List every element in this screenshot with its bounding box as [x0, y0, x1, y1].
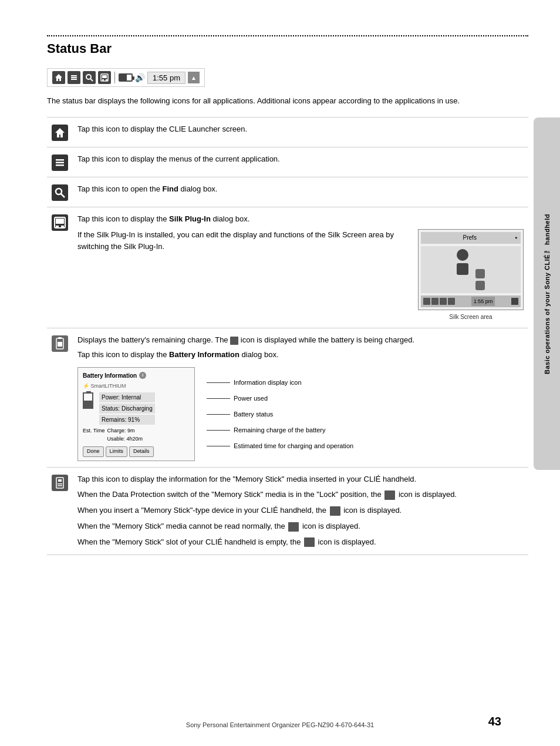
volume-icon: 🔊 — [135, 73, 145, 82]
battery-display — [119, 73, 133, 82]
callout-estimated-time: Estimated time for charging and operatio… — [207, 441, 353, 452]
battery-diagram-wrapper: Battery Information i ⚡ SmartLITHIUM — [77, 367, 524, 461]
callout-line-2 — [207, 398, 230, 399]
callout-line-3 — [207, 414, 230, 415]
memory-stick-text-4: When the "Memory Stick" media cannot be … — [77, 520, 524, 533]
home-icon — [52, 71, 65, 84]
callout-info-display: Information display icon — [207, 378, 353, 388]
launcher-icon — [52, 125, 68, 141]
callout-line-4 — [207, 430, 230, 431]
battery-text-2: Tap this icon to display the Battery Inf… — [77, 349, 524, 361]
silk-row-icon — [52, 214, 68, 231]
time-display: 1:55 pm — [147, 72, 185, 84]
status-field: Status: Discharging — [99, 404, 155, 414]
memory-stick-text-5: When the "Memory Stick" slot of your CLI… — [77, 536, 524, 549]
battery-text-1: Displays the battery's remaining charge.… — [77, 334, 524, 347]
battery-info-title: Battery Information i — [83, 371, 190, 380]
battery-details: Power: Internal Status: Discharging Rema… — [83, 392, 190, 426]
callout-battery-status: Battery status — [207, 409, 353, 420]
svg-rect-15 — [56, 219, 64, 224]
est-label: Est. Time — [83, 427, 105, 443]
remains-field: Remains: 91% — [99, 415, 155, 425]
silk-icon-4 — [448, 298, 455, 305]
silk-icons — [423, 298, 455, 305]
callout-power-used: Power used — [207, 394, 353, 404]
svg-point-12 — [56, 189, 62, 194]
details-button[interactable]: Details — [129, 446, 154, 457]
silk-screen-content — [421, 246, 521, 293]
feature-row-find: Tap this icon to open the Find dialog bo… — [47, 177, 528, 207]
svg-rect-10 — [56, 162, 64, 163]
section-divider — [47, 35, 528, 36]
silk-icon — [98, 71, 111, 84]
scroll-up-button[interactable]: ▲ — [188, 72, 200, 83]
silk-screen-diagram: Prefs ▪ — [418, 229, 524, 322]
battery-brand: ⚡ SmartLITHIUM — [83, 382, 190, 391]
svg-rect-24 — [58, 485, 62, 486]
power-field: Power: Internal — [99, 392, 155, 402]
find-row-icon — [52, 184, 68, 201]
menu-icon — [68, 71, 80, 84]
status-divider — [114, 72, 115, 83]
feature-row-battery: Displays the battery's remaining charge.… — [47, 328, 528, 467]
silk-screen-label: Silk Screen area — [418, 312, 524, 322]
silk-icon-3 — [440, 298, 447, 305]
done-button[interactable]: Done — [83, 446, 104, 457]
battery-box-buttons: Done Limits Details — [83, 446, 190, 457]
silk-title-bar: Prefs ▪ — [421, 232, 521, 244]
intro-text: The status bar displays the following ic… — [47, 95, 528, 107]
svg-rect-1 — [71, 77, 77, 78]
svg-rect-7 — [102, 79, 104, 80]
battery-row-icon — [52, 335, 68, 352]
silk-screen-box: Prefs ▪ — [418, 229, 524, 310]
battery-icon-diagram — [83, 392, 93, 409]
est-values: Charge: 9m Usable: 4h20m — [107, 427, 143, 443]
silk-icon-2 — [431, 298, 438, 305]
svg-rect-8 — [106, 79, 107, 80]
silk-bottom-bar: 1:55 pm — [421, 295, 521, 307]
page-container: Status Bar — [0, 0, 560, 746]
svg-point-3 — [86, 75, 91, 79]
feature-row-launcher: Tap this icon to display the CLIE Launch… — [47, 117, 528, 147]
memory-stick-icon — [52, 475, 68, 491]
launcher-description: Tap this icon to display the CLIE Launch… — [73, 117, 528, 147]
callout-line-1 — [207, 382, 230, 383]
svg-line-13 — [61, 194, 65, 197]
limits-button[interactable]: Limits — [106, 446, 128, 457]
status-bar-mockup: 🔊 1:55 pm ▲ — [47, 68, 205, 87]
battery-description: Displays the battery's remaining charge.… — [73, 328, 528, 467]
menu-row-icon — [52, 154, 68, 171]
svg-rect-20 — [58, 342, 62, 347]
memory-stick-text-1: Tap this icon to display the information… — [77, 473, 524, 486]
memory-stick-text-2: When the Data Protection switch of the "… — [77, 489, 524, 501]
feature-row-memory-stick: Tap this icon to display the information… — [47, 467, 528, 555]
battery-info-box: Battery Information i ⚡ SmartLITHIUM — [77, 367, 195, 461]
feature-table: Tap this icon to display the CLIE Launch… — [47, 117, 528, 555]
info-fields: Power: Internal Status: Discharging Rema… — [99, 392, 155, 426]
menu-description: Tap this icon to display the menus of th… — [73, 147, 528, 177]
callout-remaining-charge: Remaining charge of the battery — [207, 425, 353, 436]
section-title: Status Bar — [47, 41, 528, 56]
svg-rect-11 — [56, 164, 64, 166]
silk-scroll-btn — [511, 298, 518, 305]
svg-rect-6 — [102, 75, 107, 78]
callout-line-5 — [207, 446, 230, 446]
side-label-text: Basic operations of your Sony CLIÉ™ hand… — [544, 214, 551, 374]
svg-rect-23 — [58, 483, 62, 485]
svg-line-4 — [90, 79, 93, 81]
est-time-row: Est. Time Charge: 9m Usable: 4h20m — [83, 427, 190, 443]
footer-text: Sony Personal Entertainment Organizer PE… — [0, 721, 560, 728]
lock-icon — [384, 490, 395, 500]
svg-rect-16 — [56, 226, 59, 227]
side-label: Basic operations of your Sony CLIÉ™ hand… — [534, 117, 560, 470]
svg-rect-0 — [71, 75, 77, 76]
ms-device-icon — [330, 506, 340, 516]
find-description: Tap this icon to open the Find dialog bo… — [73, 177, 528, 207]
find-icon — [83, 71, 96, 84]
feature-row-menu: Tap this icon to display the menus of th… — [47, 147, 528, 177]
callout-lines: Information display icon Power used Batt… — [207, 367, 353, 461]
svg-rect-22 — [58, 479, 62, 482]
silk-icon-1 — [423, 298, 430, 305]
silk-screen-wrapper: If the Silk Plug-In is installed, you ca… — [77, 229, 524, 322]
ms-error-icon — [288, 522, 299, 532]
